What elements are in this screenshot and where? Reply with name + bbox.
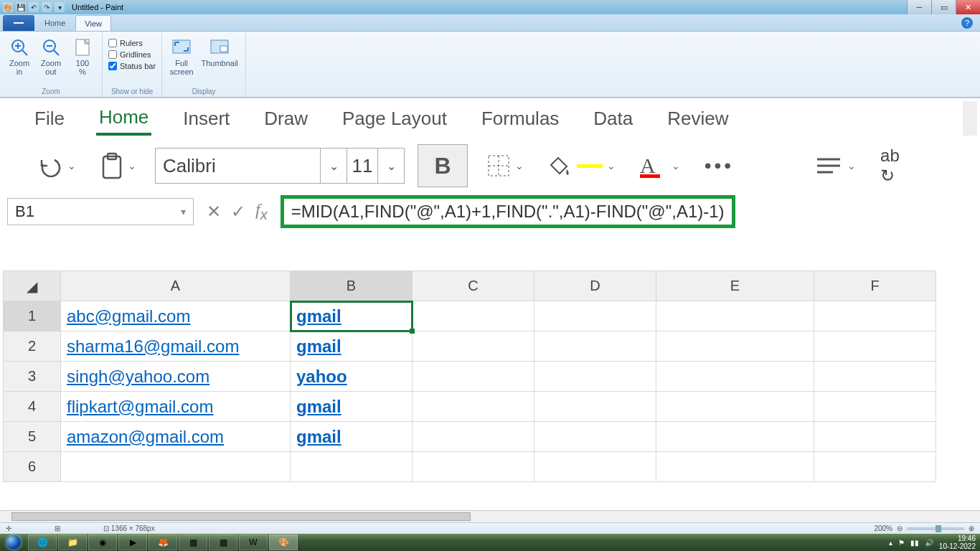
excel-tab-file[interactable]: File	[32, 103, 67, 134]
cell[interactable]	[656, 452, 814, 482]
excel-tab-review[interactable]: Review	[664, 103, 731, 134]
cell[interactable]	[61, 452, 291, 482]
col-header-f[interactable]: F	[814, 271, 936, 301]
fill-color-button[interactable]: ⌄	[542, 152, 621, 179]
cell[interactable]: abc@gmail.com	[61, 301, 291, 331]
excel-scrollbar-stub[interactable]	[963, 101, 977, 136]
excel-tab-pagelayout[interactable]: Page Layout	[339, 103, 450, 134]
flag-icon[interactable]: ⚑	[898, 539, 905, 547]
close-button[interactable]: ✕	[956, 0, 980, 14]
cell[interactable]	[814, 452, 936, 482]
cell[interactable]	[534, 452, 656, 482]
align-button[interactable]: ⌄	[809, 152, 862, 179]
col-header-d[interactable]: D	[534, 271, 656, 301]
excel-tab-formulas[interactable]: Formulas	[479, 103, 562, 134]
paint-canvas[interactable]: File Home Insert Draw Page Layout Formul…	[0, 98, 980, 522]
thumbnail-button[interactable]: Thumbnail	[199, 34, 240, 67]
cell[interactable]	[534, 301, 656, 331]
cell[interactable]	[814, 422, 936, 452]
cell[interactable]	[534, 331, 656, 362]
excel-tab-draw[interactable]: Draw	[261, 103, 311, 134]
cell[interactable]	[656, 422, 814, 452]
row-header[interactable]: 2	[4, 331, 61, 362]
volume-icon[interactable]: 🔊	[925, 539, 933, 547]
cell[interactable]	[656, 362, 814, 392]
taskbar-explorer[interactable]: 📁	[58, 534, 87, 550]
rulers-checkbox[interactable]: Rulers	[108, 39, 156, 47]
taskbar-clock[interactable]: 19:46 10-12-2022	[939, 534, 976, 550]
maximize-button[interactable]: ▭	[931, 0, 956, 14]
cell[interactable]	[413, 301, 534, 331]
row-header[interactable]: 5	[4, 422, 61, 452]
cell[interactable]: gmail	[291, 422, 413, 452]
select-all-corner[interactable]: ◢	[4, 271, 61, 301]
cell[interactable]	[534, 392, 656, 422]
excel-tab-data[interactable]: Data	[590, 103, 636, 134]
cell[interactable]	[413, 362, 534, 392]
start-button[interactable]	[0, 534, 27, 551]
more-button[interactable]: •••	[699, 151, 740, 180]
spreadsheet-grid[interactable]: ◢ A B C D E F 1 abc@gmail.com gmail 2 sh…	[3, 270, 977, 509]
col-header-b[interactable]: B	[291, 271, 413, 301]
minimize-button[interactable]: ─	[907, 0, 931, 14]
enter-icon[interactable]: ✓	[231, 202, 245, 222]
paste-button[interactable]: ⌄	[95, 149, 142, 182]
paint-tab-home[interactable]: Home	[36, 15, 74, 31]
help-icon[interactable]: ?	[961, 17, 973, 29]
row-header[interactable]: 6	[4, 452, 61, 482]
scrollbar-thumb[interactable]	[11, 512, 471, 521]
font-color-button[interactable]: A⌄	[634, 151, 686, 181]
font-size[interactable]: 11	[347, 149, 378, 183]
cell[interactable]: gmail	[291, 392, 413, 422]
cell[interactable]	[814, 331, 936, 362]
gridlines-checkbox[interactable]: Gridlines	[108, 50, 156, 59]
row-header[interactable]: 4	[4, 392, 61, 422]
paint-hscrollbar[interactable]	[0, 510, 980, 522]
formula-input[interactable]: =MID(A1,FIND("@",A1)+1,FIND(".",A1)-FIND…	[281, 195, 735, 228]
cell[interactable]: yahoo	[291, 362, 413, 392]
taskbar-chrome[interactable]: ◉	[88, 534, 117, 550]
cell[interactable]	[656, 392, 814, 422]
namebox-dropdown-icon[interactable]: ▾	[181, 206, 186, 217]
excel-tab-insert[interactable]: Insert	[180, 103, 232, 134]
cell[interactable]	[534, 422, 656, 452]
row-header[interactable]: 1	[4, 301, 61, 331]
fullscreen-button[interactable]: Full screen	[168, 34, 195, 76]
size-dropdown-icon[interactable]: ⌄	[378, 149, 404, 183]
cell[interactable]: sharma16@gmail.com	[61, 331, 291, 362]
undo-icon[interactable]: ↶	[29, 2, 39, 12]
undo-button[interactable]: ⌄	[32, 151, 82, 180]
taskbar-ie[interactable]: 🌐	[28, 534, 57, 550]
col-header-a[interactable]: A	[61, 271, 291, 301]
paint-file-menu[interactable]	[3, 15, 34, 31]
col-header-e[interactable]: E	[656, 271, 814, 301]
system-tray[interactable]: ▴ ⚑ ▮▮ 🔊 19:46 10-12-2022	[889, 534, 980, 550]
cell[interactable]: flipkart@gmail.com	[61, 392, 291, 422]
cell[interactable]	[814, 392, 936, 422]
zoom-100-button[interactable]: 100 %	[69, 34, 96, 76]
qat-dropdown-icon[interactable]: ▾	[55, 2, 65, 12]
cancel-icon[interactable]: ✕	[207, 202, 221, 222]
name-box[interactable]: B1 ▾	[7, 198, 194, 225]
border-button[interactable]: ⌄	[481, 151, 529, 181]
zoom-out-button[interactable]: Zoom out	[37, 34, 65, 76]
cell[interactable]	[413, 331, 534, 362]
cell[interactable]	[656, 301, 814, 331]
fx-icon[interactable]: fx	[255, 200, 268, 223]
zoom-in-button[interactable]: Zoom in	[6, 34, 33, 76]
col-header-c[interactable]: C	[413, 271, 534, 301]
taskbar-app1[interactable]: ▦	[179, 534, 207, 550]
taskbar-paint[interactable]: 🎨	[269, 534, 298, 550]
network-icon[interactable]: ▮▮	[910, 539, 919, 547]
cell[interactable]	[413, 422, 534, 452]
cell[interactable]	[291, 452, 413, 482]
cell[interactable]: gmail	[291, 331, 413, 362]
paint-tab-view[interactable]: View	[75, 15, 111, 31]
row-header[interactable]: 3	[4, 362, 61, 392]
zoom-plus[interactable]: ⊕	[969, 524, 974, 532]
selected-cell[interactable]: gmail	[291, 301, 413, 331]
cell[interactable]	[413, 392, 534, 422]
bold-button[interactable]: B	[418, 144, 468, 187]
font-name[interactable]: Calibri	[156, 149, 321, 183]
tray-expand-icon[interactable]: ▴	[889, 539, 892, 547]
